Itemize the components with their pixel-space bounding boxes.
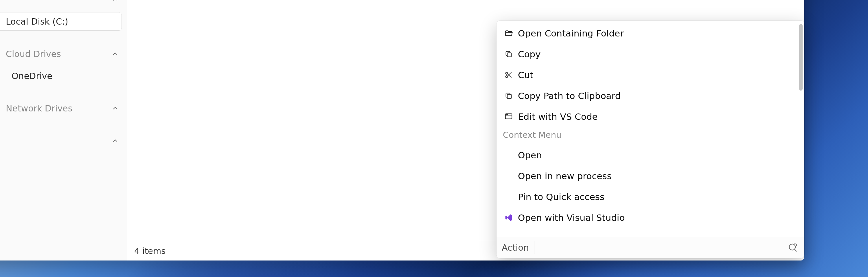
cmd-cut[interactable]: Cut	[499, 65, 802, 85]
vscode-icon	[502, 112, 516, 121]
cmd-label: Open with Visual Studio	[518, 212, 625, 223]
context-menu-section-title: Context Menu	[499, 127, 802, 143]
sidebar-group-label: Network Drives	[6, 103, 72, 114]
sidebar-item-onedrive[interactable]: OneDrive	[0, 65, 127, 87]
command-palette-footer: Action	[496, 237, 804, 258]
svg-rect-0	[507, 53, 511, 57]
visual-studio-icon	[502, 213, 516, 222]
cmd-copy[interactable]: Copy	[499, 44, 802, 65]
cmd-edit-with-vscode[interactable]: Edit with VS Code	[499, 106, 802, 127]
sidebar-item-label: OneDrive	[11, 71, 52, 81]
cmd-label: Open	[518, 150, 542, 160]
chevron-up-icon[interactable]	[112, 104, 119, 112]
svg-point-9	[789, 244, 795, 250]
chevron-up-icon[interactable]	[112, 50, 119, 58]
folder-open-icon	[502, 29, 516, 38]
cmd-label: Cut	[518, 70, 533, 80]
cmd-label: Edit with VS Code	[518, 112, 598, 122]
command-palette-input[interactable]	[540, 243, 781, 252]
divider	[502, 143, 799, 143]
command-palette-list[interactable]: Open Containing Folder Copy Cut Copy Pat…	[496, 21, 804, 237]
chevron-up-icon[interactable]	[112, 0, 119, 3]
command-palette: Open Containing Folder Copy Cut Copy Pat…	[496, 21, 804, 258]
cmd-label: Open Containing Folder	[518, 28, 624, 38]
scrollbar[interactable]	[799, 24, 803, 91]
svg-line-10	[795, 249, 797, 251]
copy-icon	[502, 92, 516, 100]
cmd-open-new-process[interactable]: Open in new process	[499, 165, 802, 186]
cut-icon	[502, 71, 516, 79]
sidebar-group-label: Cloud Drives	[6, 49, 61, 59]
search-icon[interactable]	[786, 241, 799, 254]
cmd-open[interactable]: Open	[499, 145, 802, 165]
cmd-label: Copy	[518, 49, 541, 59]
cmd-label: Open in new process	[518, 171, 612, 181]
svg-point-8	[507, 114, 507, 115]
sidebar-item-local-disk-c[interactable]: Local Disk (C:)	[0, 10, 127, 32]
cmd-pin-quick-access[interactable]: Pin to Quick access	[499, 186, 802, 207]
footer-label: Action	[502, 241, 534, 254]
sidebar-group-network-drives[interactable]: Network Drives	[0, 97, 127, 119]
sidebar-group-top[interactable]	[0, 0, 127, 10]
cmd-open-containing-folder[interactable]: Open Containing Folder	[499, 23, 802, 44]
svg-point-7	[506, 114, 507, 115]
copy-icon	[502, 50, 516, 58]
sidebar-item-label: Local Disk (C:)	[6, 17, 68, 27]
cmd-open-visual-studio[interactable]: Open with Visual Studio	[499, 207, 802, 228]
svg-rect-5	[507, 94, 511, 98]
sidebar-group-cloud-drives[interactable]: Cloud Drives	[0, 43, 127, 65]
chevron-up-icon[interactable]	[112, 137, 119, 145]
cmd-copy-path[interactable]: Copy Path to Clipboard	[499, 85, 802, 106]
status-item-count: 4 items	[134, 246, 165, 256]
file-explorer-sidebar: Local Disk (C:) Cloud Drives OneDrive Ne…	[0, 0, 127, 260]
cmd-label: Pin to Quick access	[518, 192, 604, 202]
cmd-label: Copy Path to Clipboard	[518, 91, 621, 101]
sidebar-group-unlabeled[interactable]	[0, 130, 127, 152]
